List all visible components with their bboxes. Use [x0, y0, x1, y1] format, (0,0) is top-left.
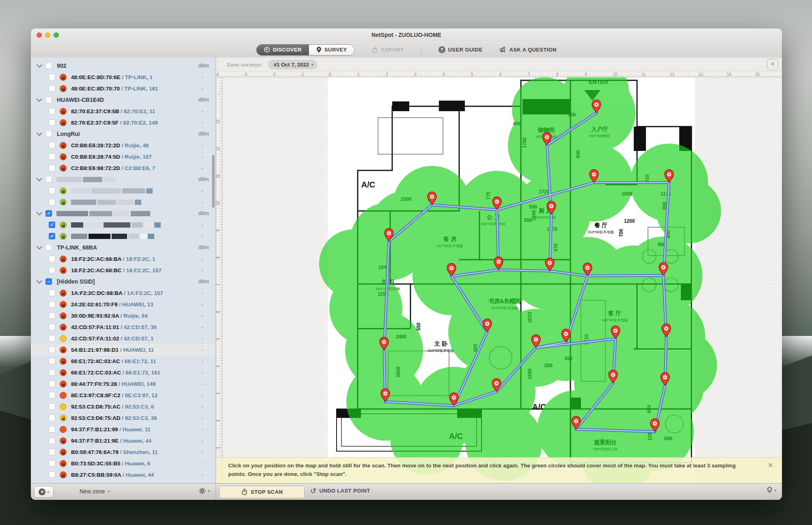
group-checkbox[interactable]: [45, 244, 52, 251]
add-zone-button[interactable]: + ▾: [34, 486, 54, 498]
close-icon[interactable]: ×: [768, 460, 773, 471]
chevron-down-icon[interactable]: [37, 96, 42, 102]
bssid-checkbox[interactable]: [49, 369, 55, 376]
bssid-checkbox[interactable]: [49, 142, 55, 148]
bssid-checkbox[interactable]: [49, 346, 55, 353]
bssid-checkbox[interactable]: ✓: [49, 222, 55, 228]
bssid-row[interactable]: 88:44:77:F0:75:28 / HUAWEI, 149-: [31, 378, 216, 389]
bssid-row[interactable]: 82:70:E2:37:C9:5B / 82:70:E2, 11-: [31, 105, 216, 117]
bssid-checkbox[interactable]: [49, 358, 55, 364]
bssid-row[interactable]: 42:CD:57:FA:11:01 / 42:CD:57, 36-: [31, 321, 216, 333]
bssid-row[interactable]: B0:73:5D:3C:55:B5 / Huawei, 6-: [31, 458, 216, 469]
chevron-down-icon[interactable]: [37, 244, 42, 250]
bssid-checkbox[interactable]: [49, 335, 55, 342]
group-checkbox[interactable]: [45, 131, 52, 137]
bssid-checkbox[interactable]: [49, 85, 55, 92]
bssid-row[interactable]: 94:37:F7:B1:21:99 / Huawei, 11-: [31, 424, 216, 435]
bssid-checkbox[interactable]: [49, 381, 55, 387]
chevron-down-icon[interactable]: [37, 62, 42, 68]
bssid-checkbox[interactable]: [49, 74, 55, 80]
bssid-row[interactable]: -: [31, 185, 216, 196]
bssid-checkbox[interactable]: [49, 426, 55, 432]
bssid-row[interactable]: B0:59:47:76:6A:79 / Shenzhen, 11-: [31, 446, 216, 458]
tab-survey[interactable]: SURVEY: [309, 45, 354, 55]
bssid-row[interactable]: ✓-: [31, 230, 216, 242]
bssid-row[interactable]: 82:70:E2:37:C9:5F / 82:70:E2, 149-: [31, 117, 216, 128]
ssid-group-row[interactable]: dBm: [31, 174, 216, 185]
ssid-group-row[interactable]: 902dBm: [31, 60, 216, 71]
bssid-row[interactable]: C0:B8:E6:28:72:2D / Ruijie, 48-: [31, 140, 216, 151]
survey-selector-dropdown[interactable]: #1 Oct 7, 2022 ▾: [268, 60, 317, 69]
ruler-number: -2: [272, 72, 276, 77]
chevron-down-icon[interactable]: [37, 278, 42, 284]
sidebar-scrollbar[interactable]: [212, 155, 215, 208]
bssid-checkbox[interactable]: [49, 437, 55, 444]
bssid-row[interactable]: C2:B8:E6:88:72:2D / C2:B8:E6, 7-: [31, 162, 216, 174]
location-menu-button[interactable]: ▾: [767, 486, 776, 494]
bssid-checkbox[interactable]: [49, 324, 55, 330]
bssid-checkbox[interactable]: [49, 256, 55, 262]
bssid-checkbox[interactable]: [49, 312, 55, 319]
bssid-row[interactable]: 48:0E:EC:8D:70:70 / TP-LINK, 161-: [31, 83, 216, 94]
group-checkbox[interactable]: ✓: [45, 210, 52, 217]
bssid-row[interactable]: 94:37:F7:B1:21:9E / Huawei, 44-: [31, 435, 216, 446]
ask-question-button[interactable]: ASK A QUESTION: [499, 47, 557, 53]
group-checkbox[interactable]: [45, 62, 52, 69]
bssid-checkbox[interactable]: [49, 119, 55, 126]
bssid-checkbox[interactable]: [49, 187, 55, 194]
bssid-row[interactable]: 18:F2:2C:AC:68:BA / 18:F2:2C, 1-: [31, 253, 216, 265]
bssid-row[interactable]: 8E:C3:97:C8:8F:C2 / 8E:C3:97, 12-: [31, 389, 216, 401]
chevron-down-icon[interactable]: [37, 176, 42, 181]
bssid-checkbox[interactable]: [49, 267, 55, 273]
stop-scan-button[interactable]: STOP SCAN: [219, 486, 304, 498]
bssid-row[interactable]: 66:E1:72:4C:03:AC / 66:E1:72, 11-: [31, 355, 216, 367]
bssid-checkbox[interactable]: [49, 108, 55, 114]
chevron-down-icon[interactable]: [37, 210, 42, 215]
group-checkbox[interactable]: [45, 176, 52, 183]
bssid-row[interactable]: B8:27:C5:BB:59:0A / Huawei, 44-: [31, 469, 216, 480]
bssid-row[interactable]: 18:F2:2C:AC:68:BC / 18:F2:2C, 157-: [31, 265, 216, 276]
bssid-checkbox[interactable]: [49, 153, 55, 160]
ssid-group-row[interactable]: –[Hidden SSID]dBm: [31, 276, 216, 287]
new-zone-dropdown[interactable]: New zone ▾: [80, 488, 110, 495]
bssid-row[interactable]: 24:2E:02:61:70:F9 / HUAWEI, 13-: [31, 299, 216, 310]
bssid-row[interactable]: 42:CD:57:FA:11:02 / 42:CD:57, 1-: [31, 333, 216, 344]
bssid-row[interactable]: ✓-: [31, 219, 216, 230]
bssid-checkbox[interactable]: [49, 199, 55, 205]
bssid-row[interactable]: C0:B8:E6:28:74:5D / Ruijie, 157-: [31, 151, 216, 162]
bssid-row[interactable]: 92:53:C3:D6:75:AC / 92:53:C3, 6-: [31, 401, 216, 412]
bssid-checkbox[interactable]: [49, 403, 55, 410]
bssid-checkbox[interactable]: [49, 415, 55, 421]
bssid-checkbox[interactable]: [49, 392, 55, 398]
export-button[interactable]: EXPORT: [372, 47, 404, 53]
ssid-group-row[interactable]: TP-LINK_68BAdBm: [31, 242, 216, 253]
ssid-group-row[interactable]: LongRuidBm: [31, 128, 216, 140]
bssid-checkbox[interactable]: [49, 449, 55, 455]
bssid-checkbox[interactable]: [49, 460, 55, 467]
group-checkbox[interactable]: [45, 97, 52, 103]
bssid-row[interactable]: 48:0E:EC:8D:70:6E / TP-LINK, 1-: [31, 71, 216, 83]
tab-discover[interactable]: DISCOVER: [257, 45, 309, 55]
bssid-checkbox[interactable]: [49, 290, 55, 296]
ssid-group-row[interactable]: ✓dBm: [31, 208, 216, 219]
user-guide-button[interactable]: ? USER GUIDE: [438, 46, 483, 53]
ssid-group-row[interactable]: HUAWEI-CB1E4DdBm: [31, 94, 216, 105]
bssid-row[interactable]: 30:0D:9E:93:92:0A / Ruijie, 64-: [31, 310, 216, 321]
group-checkbox[interactable]: –: [45, 278, 52, 285]
bssid-row[interactable]: 66:E1:72:CC:03:AC / 66:E1:72, 161-: [31, 367, 216, 378]
floor-plan-canvas[interactable]: 储物间900*900地砖入户厅900*900地砖厨 房900*900地砖餐 厅9…: [216, 71, 782, 484]
chevron-down-icon[interactable]: [37, 130, 42, 136]
bssid-checkbox[interactable]: ✓: [49, 233, 55, 239]
bssid-row[interactable]: 54:B1:21:97:98:D1 / HUAWEI, 11-: [31, 344, 216, 355]
export-icon: [372, 47, 378, 53]
bssid-row[interactable]: -: [31, 196, 216, 208]
bssid-checkbox[interactable]: [49, 165, 55, 171]
bssid-checkbox[interactable]: [49, 301, 55, 308]
undo-last-point-button[interactable]: ↺ UNDO LAST POINT: [310, 488, 370, 494]
bssid-row[interactable]: 92:53:C3:D6:75:AD / 92:53:C3, 36-: [31, 412, 216, 424]
title-bar[interactable]: NetSpot - ZUOLUO-HOME: [31, 28, 782, 42]
settings-button[interactable]: ▾: [199, 487, 210, 495]
bssid-row[interactable]: 1A:F2:2C:DC:68:BA / 1A:F2:2C, 157-: [31, 287, 216, 299]
bssid-checkbox[interactable]: [49, 471, 55, 478]
add-survey-button[interactable]: +: [767, 59, 778, 70]
